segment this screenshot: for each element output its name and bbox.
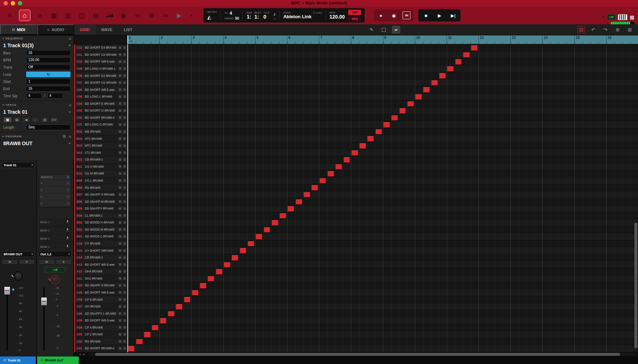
power-icon[interactable]: ⊙ [67, 195, 69, 198]
tap-tempo-button[interactable]: TAP [348, 10, 361, 15]
midi-note[interactable] [383, 122, 390, 128]
pad-mute-button[interactable]: M [118, 269, 122, 274]
pad-solo-button[interactable]: S [123, 227, 127, 232]
chevron-down-icon[interactable]: ▾ [41, 202, 42, 205]
pad-mute-button[interactable]: M [118, 262, 122, 267]
chevron-down-icon[interactable]: ▾ [3, 37, 4, 40]
pad-mute-button[interactable]: M [118, 346, 122, 350]
cv-track-icon[interactable]: CV [50, 117, 58, 123]
midi-note[interactable] [439, 73, 446, 79]
pad-row[interactable]: C05BD LONG L 8RAW8MS [74, 93, 127, 100]
pad-mute-button[interactable]: M [118, 304, 122, 309]
midi-note[interactable] [296, 199, 302, 205]
tab-list[interactable]: LIST [118, 24, 138, 35]
pad-row[interactable]: A06SD SNAPPY L 8RAW8MS [74, 310, 127, 317]
pad-mute-button[interactable]: M [118, 151, 122, 155]
pad-solo-button[interactable]: S [123, 206, 127, 211]
mode-overflow-chevron-icon[interactable]: ▾ [189, 11, 194, 20]
pad-solo-button[interactable]: S [123, 115, 127, 120]
pan-knob[interactable] [14, 271, 23, 281]
stop-button[interactable]: ■ [422, 11, 430, 19]
pad-mute-button[interactable]: M [118, 129, 122, 134]
pad-mute-button[interactable]: M [118, 234, 122, 238]
menu-icon[interactable]: ≡ [5, 11, 14, 20]
pad-row[interactable]: C01BD LONG G 8RAW8MS [74, 121, 127, 128]
chevron-down-icon[interactable]: ▾ [41, 188, 42, 192]
midi-note[interactable] [367, 136, 374, 142]
zoom-mode-icon[interactable]: ⌀ [35, 11, 44, 20]
note-value-icon[interactable]: ♪ [273, 11, 276, 17]
pad-row[interactable]: A01BD SHORT 8RAW8-4MS [74, 345, 127, 352]
bars-input[interactable]: 16 [26, 50, 70, 56]
pad-row[interactable]: A13BD SHORT W8-5.wavMS [74, 261, 127, 268]
mute-button[interactable]: M [39, 259, 55, 265]
pad-solo-button[interactable]: S [123, 276, 127, 281]
ruler-bar[interactable]: 12 [478, 35, 510, 44]
pad-row[interactable]: B01SD WOOD L 8RAW8MS [74, 233, 127, 240]
midi-note[interactable] [160, 318, 167, 324]
pad-mute-button[interactable]: M [118, 67, 122, 71]
pad-solo-button[interactable]: S [123, 108, 127, 113]
pad-solo-button[interactable]: S [123, 304, 127, 309]
midi-note[interactable] [391, 115, 398, 121]
note-grid[interactable] [127, 44, 638, 352]
pad-mute-button[interactable]: M [118, 59, 122, 64]
pad-row[interactable]: B04CL 8RAW8-1MS [74, 212, 127, 220]
pad-solo-button[interactable]: S [123, 186, 127, 190]
midi-note[interactable] [431, 80, 438, 86]
eraser-tool-icon[interactable]: ▰ [392, 26, 400, 34]
pad-solo-button[interactable]: S [123, 53, 127, 57]
midi-note[interactable] [264, 227, 271, 233]
solo-button[interactable]: S [56, 259, 72, 265]
looper-icon[interactable]: ∞ [133, 11, 142, 20]
program-name-row[interactable]: 8RAW8 OUT ▾ [0, 139, 74, 147]
bottom-tab-track[interactable]: ∷ Track 01 [0, 356, 36, 364]
play-button[interactable]: ▶ [435, 11, 443, 19]
step-sequencer-icon[interactable]: ◫ [77, 11, 86, 20]
chevron-down-icon[interactable]: ▾ [41, 195, 42, 198]
pad-solo-button[interactable]: S [123, 325, 127, 330]
pad-mute-button[interactable]: M [118, 249, 122, 253]
pad-row[interactable]: B14MT1 8RAW8MS [74, 142, 127, 149]
marquee-tool-icon[interactable] [380, 26, 388, 34]
power-icon[interactable]: ⊙ [67, 202, 69, 205]
seq-tempo-button[interactable]: SEQ [348, 16, 361, 21]
pad-mute-button[interactable]: M [118, 94, 122, 99]
insert-slot[interactable]: ▾⊙ [39, 200, 71, 207]
pad-mute-button[interactable]: M [118, 143, 122, 148]
midi-note[interactable] [232, 255, 238, 261]
pad-mute-button[interactable]: M [118, 276, 122, 281]
pad-solo-button[interactable]: S [123, 59, 127, 64]
program-pan-knob[interactable] [50, 275, 60, 284]
pad-solo-button[interactable]: S [123, 67, 127, 71]
pad-solo-button[interactable]: S [123, 192, 127, 197]
midi-note[interactable] [320, 178, 326, 184]
midi-note[interactable] [176, 304, 182, 310]
pad-grid-icon[interactable]: ▦ [630, 14, 634, 20]
pad-mute-button[interactable]: M [118, 80, 122, 85]
pad-row[interactable]: B03SD WOOD H 8RAW8MS [74, 219, 127, 226]
ruler-bar[interactable]: 14 [542, 35, 574, 44]
pad-mute-button[interactable]: M [118, 102, 122, 106]
sequence-menu-icon[interactable]: ≡ [69, 36, 71, 41]
ruler-bar[interactable]: 5 [255, 35, 287, 44]
pad-row[interactable]: A16CY 8RAW8MS [74, 240, 127, 247]
output-select[interactable]: Out 1,2 ▾ [39, 251, 72, 257]
pad-row[interactable]: C03BD SHORT G 8RAW8MS [74, 107, 127, 114]
midi-note[interactable] [287, 206, 294, 212]
pad-solo-button[interactable]: S [123, 255, 127, 260]
ruler-bar[interactable]: 15 [574, 35, 606, 44]
midi-note[interactable] [455, 59, 462, 65]
pad-row[interactable]: B05SD SNAPPY 8RAW8MS [74, 205, 127, 212]
drum-track-icon[interactable]: ▦ [3, 117, 12, 123]
ruler-bar[interactable]: 6 [287, 35, 319, 44]
horizontal-scrollbar[interactable] [90, 353, 637, 356]
program-add-icon[interactable]: ⊞ [63, 134, 66, 139]
zoom-tool-icon[interactable]: ⊞ [626, 26, 634, 34]
punch-in-button[interactable]: IN [403, 11, 410, 19]
loop-start-input[interactable]: 1 [26, 79, 70, 84]
pad-solo-button[interactable]: S [123, 220, 127, 225]
send-knob[interactable] [65, 244, 70, 249]
midi-note[interactable] [272, 220, 278, 226]
pad-solo-button[interactable]: S [123, 151, 127, 155]
